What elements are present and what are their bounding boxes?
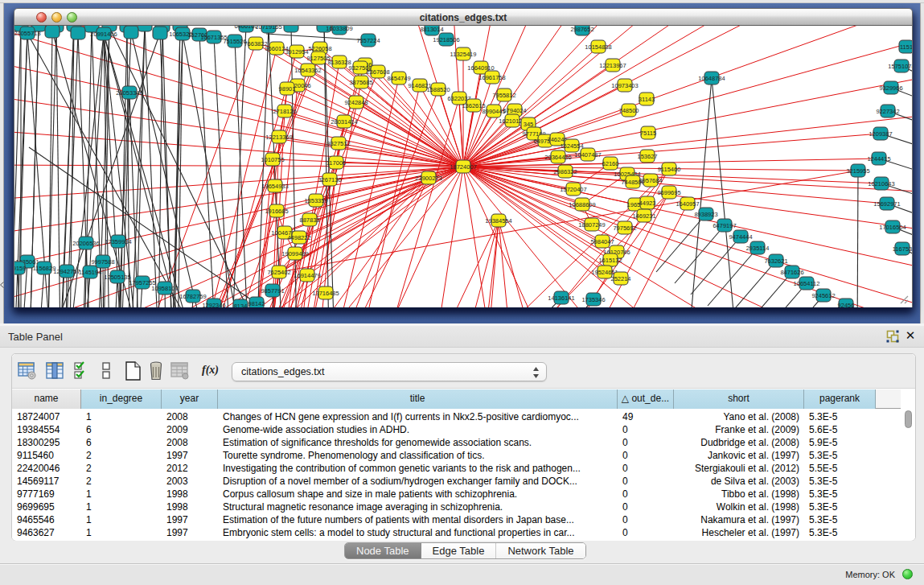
close-panel-icon[interactable]: ✕ [904,328,917,343]
graph-node[interactable]: 9857791 [261,284,284,297]
cell-out_de[interactable]: 0 [622,423,669,436]
citation-network-graph[interactable]: 6466160107191552405571320991406106532671… [14,26,913,307]
cell-pagerank[interactable]: 5.3E-5 [809,488,871,501]
graph-node[interactable]: 8134 [233,299,248,307]
citation-edge-red[interactable] [435,220,499,307]
column-header-in_degree[interactable]: in_degree [81,389,162,409]
graph-node[interactable]: 116753 [893,242,912,255]
cell-in_degree[interactable]: 6 [86,423,157,436]
cell-pagerank[interactable]: 5.3E-5 [809,501,871,513]
cell-title[interactable]: Corpus callosum shape and size in male p… [223,488,613,501]
cell-in_degree[interactable]: 2 [86,462,157,475]
table-vertical-scrollbar[interactable] [905,410,912,428]
table-row[interactable]: 1456911722003Disruption of a novel membe… [12,475,901,488]
graph-node[interactable]: 11325419 [450,47,477,60]
cell-pagerank[interactable]: 5.5E-5 [809,462,871,475]
window-resize-grip[interactable] [899,295,909,304]
graph-node[interactable]: 3215955 [846,164,869,177]
unselect-all-columns-icon[interactable] [101,361,111,381]
select-all-columns-icon[interactable] [74,361,88,381]
graph-node[interactable]: 7975692 [613,221,636,234]
cell-short[interactable]: Dudbridge et al. (2008) [679,436,799,449]
graph-node[interactable]: 1209387 [869,127,892,140]
column-header-title[interactable]: title [218,389,618,409]
table-row[interactable]: 1938455462009Genome-wide association stu… [12,423,901,436]
collapsed-results-panel-strip[interactable] [920,3,924,323]
graph-node[interactable]: 9329966 [879,81,902,94]
network-graph-canvas[interactable]: 6466160107191552405571320991406106532671… [14,26,913,307]
graph-node[interactable]: 98901 [279,82,296,95]
cell-out_de[interactable]: 0 [622,462,669,475]
graph-node[interactable]: 9227342 [876,105,899,117]
graph-node[interactable]: 6466160 [234,26,257,32]
graph-node[interactable]: 75115 [640,126,656,139]
column-header-name[interactable]: name [12,389,81,409]
graph-node[interactable]: 9474444 [729,230,752,243]
graph-node[interactable] [138,26,152,31]
cell-in_degree[interactable]: 1 [86,501,157,513]
cell-in_degree[interactable]: 1 [86,526,157,539]
graph-node[interactable]: 62160 [602,157,619,170]
table-row[interactable]: 946554611997Estimation of the future num… [12,513,901,526]
citation-edge-black[interactable] [158,26,162,307]
panel-collapse-arrow-icon[interactable] [0,282,4,288]
cell-name[interactable]: 9777169 [17,488,76,501]
graph-node[interactable]: 117006 [326,156,346,169]
cell-pagerank[interactable]: 5.6E-5 [809,423,871,436]
citation-edge-black[interactable] [136,26,145,307]
column-header-year[interactable]: year [162,389,218,409]
tab-network-table[interactable]: Network Table [496,543,585,558]
cell-title[interactable]: Estimation of the future numbers of pati… [223,513,613,526]
graph-node[interactable]: 98142 [248,297,265,307]
cell-short[interactable]: Stergiakouli et al. (2012) [679,462,799,475]
cell-short[interactable]: Yano et al. (2008) [679,410,799,423]
graph-node[interactable]: 31143 [639,93,655,105]
cell-title[interactable]: Investigating the contribution of common… [223,462,613,475]
citation-edge-red[interactable] [483,220,499,307]
graph-node[interactable]: 12213967 [599,59,626,72]
cell-title[interactable]: Embryonic stem cells: a model to study s… [223,526,613,539]
cell-year[interactable]: 1998 [166,501,213,513]
cell-name[interactable]: 9463627 [17,526,76,539]
citation-edge-red[interactable] [386,98,459,307]
citation-edge-red[interactable] [14,165,463,167]
graph-node[interactable]: 9699695 [657,186,680,199]
cell-year[interactable]: 2009 [166,423,213,436]
cell-name[interactable]: 19384554 [17,423,76,436]
cell-short[interactable]: Hescheler et al. (1997) [679,526,799,539]
graph-node[interactable]: 17359934 [105,235,131,248]
column-header-short[interactable]: short [674,389,804,409]
citation-edge-red[interactable] [463,167,610,260]
citation-edge-black[interactable] [199,35,216,307]
column-header-out_de[interactable]: △ out_de... [618,389,674,409]
memory-status-indicator[interactable] [902,569,913,579]
new-column-icon[interactable] [125,361,142,381]
graph-node[interactable]: 16033809 [326,26,352,35]
cell-out_de[interactable]: 0 [622,513,669,526]
cell-year[interactable]: 1997 [166,526,213,539]
citation-edge-black[interactable] [109,27,266,307]
graph-node[interactable]: 44923 [639,196,656,209]
graph-node[interactable]: 10654112 [794,277,820,290]
citation-edge-black[interactable] [656,214,706,272]
graph-node[interactable]: 19384554 [485,214,511,227]
cell-out_de[interactable]: 0 [622,488,669,501]
cell-in_degree[interactable]: 2 [86,475,157,488]
cell-name[interactable]: 14569117 [17,475,76,488]
table-row[interactable]: 911546021997Tourette syndrome. Phenomeno… [12,449,901,462]
cell-name[interactable]: 9465546 [17,513,76,526]
tab-edge-table[interactable]: Edge Table [421,543,497,558]
graph-node[interactable]: 1244415 [867,152,890,165]
graph-node[interactable]: 16210643 [868,177,894,190]
cell-title[interactable]: Changes of HCN gene expression and I(f) … [223,410,613,423]
cell-year[interactable]: 2012 [166,462,213,475]
cell-pagerank[interactable]: 5.3E-5 [809,475,871,488]
graph-node[interactable]: 2987652 [570,26,593,35]
table-row[interactable]: 977716911998Corpus callosum shape and si… [12,488,901,501]
column-header-pagerank[interactable]: pagerank [804,389,876,409]
cell-name[interactable]: 18724007 [17,410,76,423]
graph-node[interactable]: 153627 [637,150,657,163]
graph-node[interactable]: 1735346 [581,293,605,306]
cell-out_de[interactable]: 0 [622,475,669,488]
node-table[interactable]: namein_degreeyeartitle△ out_de...shortpa… [12,389,915,541]
